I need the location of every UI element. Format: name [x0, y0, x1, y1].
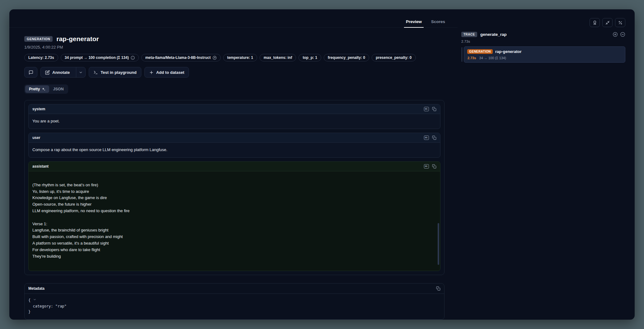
- scrollbar-thumb[interactable]: [438, 223, 439, 265]
- collapse-panel-button[interactable]: [602, 18, 613, 27]
- pill-label: frequency_penalty: 0: [328, 55, 365, 60]
- test-in-playground-button[interactable]: Test in playground: [89, 67, 141, 78]
- copy-icon[interactable]: [432, 107, 436, 111]
- copy-icon[interactable]: [432, 164, 436, 169]
- generation-badge: GENERATION: [467, 49, 493, 54]
- observation-tree: GENERATION rap-generator 2.73s 34 → 100 …: [461, 46, 625, 63]
- trace-type-badge: TRACE: [461, 32, 477, 37]
- trace-duration: 2.73s: [461, 40, 625, 43]
- pill-label: max_tokens: inf: [264, 55, 292, 60]
- trace-name: generate_rap: [480, 32, 609, 37]
- trace-detail-panel: Preview Scores GENERATION rap-generator …: [9, 9, 635, 320]
- markdown-toggle-icon[interactable]: M↓: [424, 164, 429, 169]
- pretty-label: Pretty: [29, 87, 40, 91]
- info-icon[interactable]: [131, 56, 135, 60]
- message-role: assistant: [32, 164, 49, 169]
- collapse-chevron-icon[interactable]: [33, 298, 36, 302]
- pill-label: meta-llama/Meta-Llama-3-8B-Instruct: [145, 55, 211, 60]
- node-token-counts: 34 → 100 (Σ 134): [479, 56, 506, 60]
- comment-icon: [29, 70, 33, 75]
- copy-icon[interactable]: [436, 286, 440, 291]
- metadata-content: { category: "rap" }: [28, 298, 440, 315]
- node-latency: 2.73s: [468, 56, 476, 60]
- award-icon: [593, 21, 597, 25]
- system-message-card: system M↓ You are a poet.: [28, 104, 440, 129]
- message-header-icons: M↓: [424, 107, 436, 111]
- observation-content: GENERATION rap-generator 1/9/2025, 4:00:…: [9, 28, 458, 320]
- tree-node-generation[interactable]: GENERATION rap-generator 2.73s 34 → 100 …: [464, 46, 625, 63]
- metadata-header: Metadata: [25, 284, 444, 294]
- pretty-json-toggle: Pretty JSON: [24, 84, 68, 94]
- test-in-playground-label: Test in playground: [101, 70, 136, 75]
- copy-icon[interactable]: [432, 136, 436, 140]
- frequency-penalty-pill: frequency_penalty: 0: [324, 54, 369, 61]
- metadata-title: Metadata: [28, 286, 45, 291]
- minimize-icon: [605, 21, 610, 25]
- external-link-icon: [213, 56, 217, 60]
- annotate-dropdown[interactable]: [76, 67, 85, 77]
- award-button[interactable]: [590, 18, 600, 27]
- observation-pane: Preview Scores GENERATION rap-generator …: [9, 9, 458, 320]
- presence-penalty-pill: presence_penalty: 0: [372, 54, 416, 61]
- collapse-all-icon[interactable]: [620, 32, 625, 37]
- message-content: (The rhythm is set, the beat's on fire) …: [29, 171, 440, 271]
- add-to-dataset-label: Add to dataset: [156, 70, 184, 75]
- sidebar-toolbar: [590, 18, 625, 27]
- metadata-json: { category: "rap" }: [25, 294, 444, 319]
- metadata-card: Metadata { category: "rap" }: [24, 283, 444, 320]
- message-content: Compose a rap about the open source LLM …: [29, 143, 440, 157]
- page-title: rap-generator: [56, 35, 99, 43]
- chevron-down-icon: [79, 70, 83, 74]
- pill-label: top_p: 1: [303, 55, 317, 60]
- observation-timestamp: 1/9/2025, 4:00:22 PM: [24, 45, 444, 50]
- metrics-button[interactable]: [615, 18, 625, 27]
- annotate-button[interactable]: Annotate: [40, 67, 86, 78]
- latency-pill: Latency: 2.73s: [24, 54, 58, 61]
- action-buttons: Annotate Test in playground Add to datas…: [24, 67, 444, 78]
- json-label: JSON: [53, 87, 63, 91]
- node-name: rap-generator: [495, 49, 522, 54]
- toggle-pretty[interactable]: Pretty: [25, 85, 49, 93]
- message-header: assistant M↓: [29, 162, 440, 171]
- pill-label: presence_penalty: 0: [376, 55, 411, 60]
- messages-container: system M↓ You are a poet. user M↓: [24, 100, 444, 275]
- toggle-json[interactable]: JSON: [49, 85, 67, 93]
- pill-label: temperature: 1: [227, 55, 253, 60]
- message-content: You are a poet.: [29, 114, 440, 129]
- tree-controls: [613, 32, 625, 37]
- annotate-label: Annotate: [52, 70, 70, 75]
- sparkles-icon: [42, 87, 45, 91]
- message-header-icons: M↓: [424, 136, 436, 140]
- model-pill[interactable]: meta-llama/Meta-Llama-3-8B-Instruct: [141, 54, 221, 61]
- trace-root-row[interactable]: TRACE generate_rap: [461, 32, 625, 37]
- pill-label: 34 prompt → 100 completion (Σ 134): [65, 55, 129, 60]
- tab-preview[interactable]: Preview: [402, 17, 426, 27]
- message-header-icons: M↓: [424, 164, 436, 169]
- parameter-pills: Latency: 2.73s 34 prompt → 100 completio…: [24, 54, 444, 61]
- tab-scores[interactable]: Scores: [427, 17, 449, 27]
- comments-button[interactable]: [24, 67, 37, 78]
- tree-indent-guide: [462, 47, 462, 62]
- message-role: user: [32, 136, 40, 140]
- top-p-pill: top_p: 1: [298, 54, 321, 61]
- annotate-main[interactable]: Annotate: [41, 67, 73, 77]
- plus-icon: [149, 70, 154, 75]
- pencil-square-icon: [45, 70, 50, 75]
- node-metrics-row: 2.73s 34 → 100 (Σ 134): [468, 56, 622, 60]
- assistant-text: (The rhythm is set, the beat's on fire) …: [32, 183, 129, 259]
- markdown-toggle-icon[interactable]: M↓: [424, 107, 429, 111]
- message-role: system: [32, 107, 45, 111]
- markdown-toggle-icon[interactable]: M↓: [424, 136, 429, 140]
- user-message-card: user M↓ Compose a rap about the open sou…: [28, 133, 440, 158]
- add-to-dataset-button[interactable]: Add to dataset: [144, 67, 189, 78]
- assistant-message-card: assistant M↓ (The rhythm is set, the bea…: [28, 161, 440, 271]
- node-title-row: GENERATION rap-generator: [467, 49, 622, 54]
- preview-scores-tabs: Preview Scores: [9, 9, 458, 28]
- expand-all-icon[interactable]: [613, 32, 618, 37]
- trace-tree-sidebar: TRACE generate_rap 2.73s GENERATION rap-…: [458, 9, 635, 320]
- message-header: system M↓: [29, 104, 440, 114]
- percent-icon: [618, 21, 623, 25]
- terminal-icon: [93, 70, 98, 75]
- generation-type-badge: GENERATION: [24, 36, 53, 42]
- observation-header: GENERATION rap-generator: [24, 35, 444, 43]
